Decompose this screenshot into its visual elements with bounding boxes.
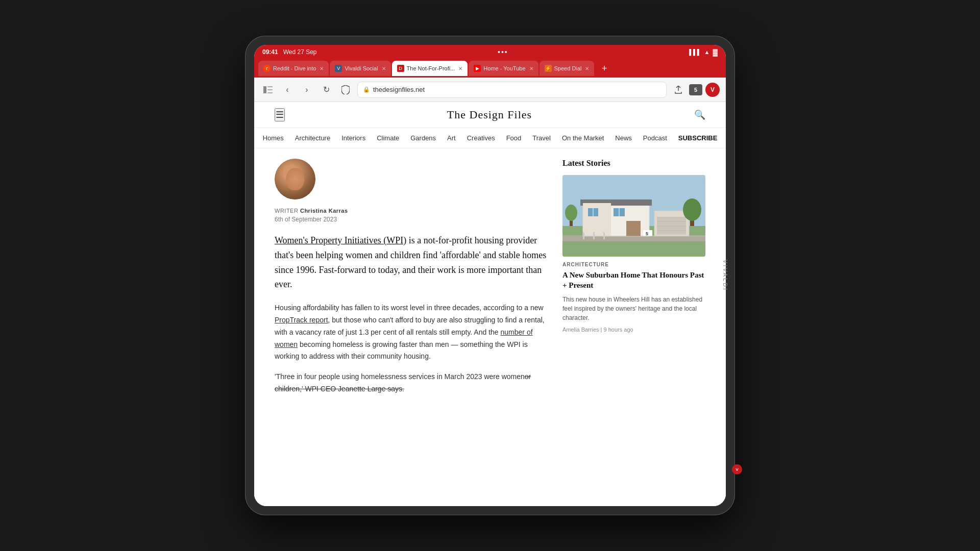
nav-on-the-market[interactable]: On the Market <box>562 134 604 142</box>
wpi-link[interactable]: Women's Property Initiatives (WPI) <box>275 235 406 245</box>
status-date: Wed 27 Sep <box>283 48 317 56</box>
nav-gardens[interactable]: Gardens <box>410 134 436 142</box>
tab-vivaldi-social[interactable]: V Vivaldi Social ✕ <box>330 61 390 76</box>
tab-youtube-label: Home - YouTube <box>483 65 525 71</box>
story-meta: Amelia Barnes | 9 hours ago <box>562 327 705 333</box>
tab-speeddial-close[interactable]: ✕ <box>585 66 589 71</box>
shield-icon <box>341 85 350 94</box>
nav-creatives[interactable]: Creatives <box>467 134 495 142</box>
reload-icon: ↻ <box>323 85 330 94</box>
svg-rect-30 <box>593 232 595 239</box>
nav-travel[interactable]: Travel <box>532 134 551 142</box>
writer-label: WRITER <box>275 208 298 214</box>
battery-icon: ▓ <box>713 48 718 56</box>
wifi-icon: ▲ <box>704 49 710 55</box>
tab-speeddial-label: Speed Dial <box>554 65 582 71</box>
svg-rect-31 <box>603 232 605 239</box>
svg-rect-0 <box>263 86 266 93</box>
nav-food[interactable]: Food <box>506 134 522 142</box>
lock-icon: 🔒 <box>363 86 370 93</box>
house-illustration: 5 <box>562 175 705 257</box>
status-bar: 09:41 Wed 27 Sep ••• ▌▌▌ ▲ ▓ <box>254 45 726 59</box>
nav-podcast[interactable]: Podcast <box>643 134 667 142</box>
story-author: Amelia Barnes <box>562 327 599 333</box>
signal-icon: ▌▌▌ <box>689 49 701 55</box>
browser-toolbar: ‹ › ↻ 🔒 thedesignfiles.net <box>254 78 726 102</box>
tab-designfiles[interactable]: D The Not-For-Profi... ✕ <box>392 61 468 76</box>
site-search-button[interactable]: 🔍 <box>694 109 705 120</box>
story-description: This new house in Wheelers Hill has an e… <box>562 295 705 322</box>
reload-button[interactable]: ↻ <box>318 82 334 97</box>
vivaldi-logo: V <box>732 464 742 474</box>
writer-name: Christina Karras <box>300 208 348 214</box>
share-icon <box>675 86 682 94</box>
tab-reddit-label: Reddit - Dive into <box>273 65 316 71</box>
nav-interiors[interactable]: Interiors <box>341 134 365 142</box>
article-section: WRITER Christina Karras 6th of September… <box>275 159 547 496</box>
sidebar-toggle-button[interactable] <box>260 82 276 97</box>
nav-climate[interactable]: Climate <box>377 134 399 142</box>
tab-reddit-close[interactable]: ✕ <box>320 66 324 71</box>
ipad-frame: 09:41 Wed 27 Sep ••• ▌▌▌ ▲ ▓ r Reddit - … <box>245 36 735 515</box>
svg-point-27 <box>565 205 577 221</box>
article-date: 6th of September 2023 <box>275 216 547 223</box>
back-arrow-icon: ‹ <box>286 85 288 94</box>
address-bar[interactable]: 🔒 thedesignfiles.net <box>357 82 667 98</box>
sidebar: Latest Stories <box>562 159 705 496</box>
tab-designfiles-label: The Not-For-Profi... <box>407 65 455 71</box>
avatar-image <box>275 159 315 199</box>
story-card[interactable]: 5 <box>562 175 705 333</box>
new-tab-button[interactable]: + <box>597 61 611 76</box>
nav-art[interactable]: Art <box>447 134 456 142</box>
story-category: ARCHITECTURE <box>562 262 705 267</box>
tab-reddit[interactable]: r Reddit - Dive into ✕ <box>258 61 329 76</box>
site-logo: The Design Files <box>447 108 532 121</box>
tab-vivaldi-social-label: Vivaldi Social <box>345 65 378 71</box>
article-body-p2: 'Three in four people using homelessness… <box>275 371 547 395</box>
vivaldi-v-icon: V <box>710 86 715 93</box>
status-time: 09:41 <box>262 48 278 56</box>
ipad-screen: 09:41 Wed 27 Sep ••• ▌▌▌ ▲ ▓ r Reddit - … <box>254 45 726 506</box>
tab-designfiles-close[interactable]: ✕ <box>458 66 462 71</box>
svg-rect-15 <box>626 221 641 236</box>
stack-count: 5 <box>694 87 697 93</box>
address-text: thedesignfiles.net <box>373 86 661 93</box>
proptrack-link[interactable]: PropTrack report <box>275 316 328 324</box>
writer-line: WRITER Christina Karras <box>275 208 547 214</box>
back-button[interactable]: ‹ <box>280 82 295 97</box>
vivaldi-social-favicon: V <box>335 65 342 72</box>
shield-button[interactable] <box>338 82 353 97</box>
story-title[interactable]: A New Suburban Home That Honours Past + … <box>562 270 705 291</box>
story-time: 9 hours ago <box>604 327 633 333</box>
tab-speeddial[interactable]: ⚡ Speed Dial ✕ <box>540 61 595 76</box>
vivaldi-watermark: VIVALDI <box>722 260 728 291</box>
svg-rect-2 <box>267 89 273 90</box>
share-button[interactable] <box>671 82 686 97</box>
svg-point-25 <box>683 198 701 221</box>
nav-homes[interactable]: Homes <box>263 134 284 142</box>
tab-youtube[interactable]: ▶ Home - YouTube ✕ <box>469 61 538 76</box>
svg-rect-1 <box>267 86 273 87</box>
story-image: 5 <box>562 175 705 257</box>
svg-text:5: 5 <box>646 231 648 236</box>
main-content: WRITER Christina Karras 6th of September… <box>254 148 726 506</box>
sidebar-title: Latest Stories <box>562 159 705 168</box>
svg-rect-3 <box>267 92 273 93</box>
tab-youtube-close[interactable]: ✕ <box>529 66 533 71</box>
hamburger-menu-button[interactable]: ☰ <box>275 108 285 121</box>
forward-button[interactable]: › <box>299 82 314 97</box>
tabs-bar: r Reddit - Dive into ✕ V Vivaldi Social … <box>254 59 726 78</box>
tab-stack-button[interactable]: 5 <box>689 84 702 95</box>
vivaldi-menu-button[interactable]: V <box>705 83 720 97</box>
speeddial-favicon: ⚡ <box>545 65 552 72</box>
site-header: ☰ The Design Files 🔍 <box>254 102 726 128</box>
reddit-favicon: r <box>263 65 271 72</box>
tab-vivaldi-social-close[interactable]: ✕ <box>382 66 386 71</box>
svg-rect-10 <box>583 203 611 236</box>
body-p1-cont2: becoming homeless is growing faster than… <box>275 340 528 361</box>
nav-architecture[interactable]: Architecture <box>295 134 330 142</box>
nav-subscribe[interactable]: SUBSCRIBE <box>678 134 718 142</box>
nav-news[interactable]: News <box>615 134 632 142</box>
article-intro: Women's Property Initiatives (WPI) is a … <box>275 233 547 292</box>
body-p1-text: Housing affordability has fallen to its … <box>275 304 544 312</box>
